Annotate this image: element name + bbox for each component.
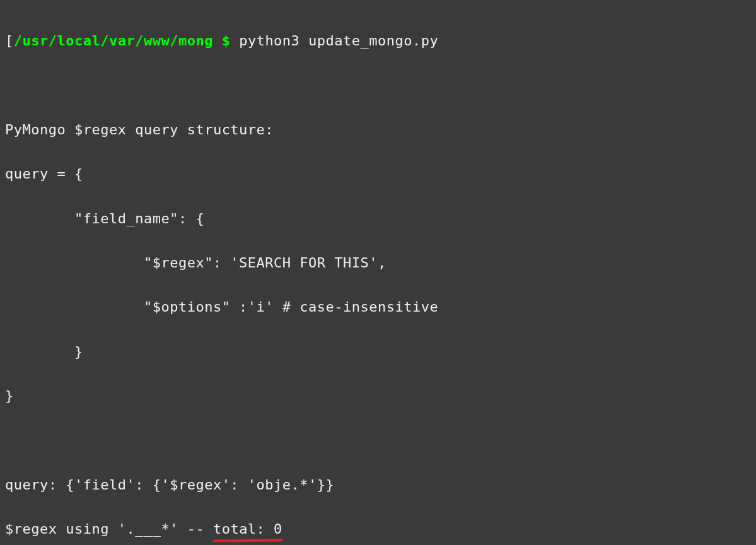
cwd-path: /usr/local/var/www/mong [14,33,213,49]
output-struct: "$options" :'i' # case-insensitive [5,296,751,318]
output-struct: query = { [5,163,751,185]
query-1: query: {'field': {'$regex': 'obje.*'}} [5,474,751,496]
terminal-window[interactable]: [/usr/local/var/www/mong $ python3 updat… [5,8,751,545]
prompt-symbol: $ [213,33,239,49]
blank-line [5,74,751,97]
total-highlight: total: 0 [213,518,282,540]
bracket-open: [ [5,33,14,49]
output-struct: } [5,341,751,363]
command-text: python3 update_mongo.py [239,33,438,49]
prompt-line-1: [/usr/local/var/www/mong $ python3 updat… [5,30,751,52]
blank-line [5,430,751,452]
output-header: PyMongo $regex query structure: [5,119,751,141]
output-struct: "field_name": { [5,208,751,230]
output-struct: } [5,385,751,407]
output-struct: "$regex": 'SEARCH FOR THIS', [5,252,751,274]
result-1: $regex using '.___*' -- total: 0 [5,518,751,540]
result-prefix: $regex using '.___*' -- [5,521,213,537]
